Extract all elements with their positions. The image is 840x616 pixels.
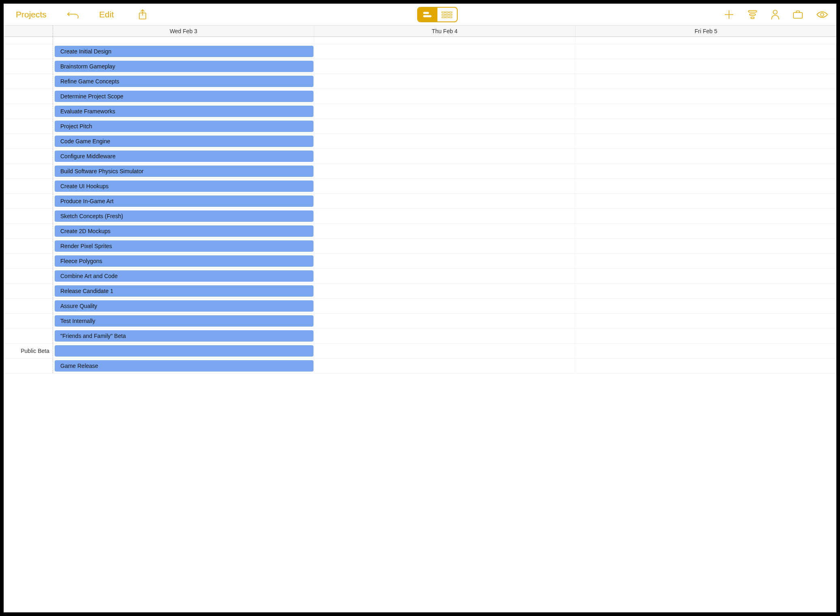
row-label <box>4 299 53 313</box>
task-bar[interactable]: "Friends and Family" Beta <box>55 330 313 342</box>
svg-rect-4 <box>446 12 448 13</box>
row-label: Public Beta <box>4 344 53 358</box>
svg-rect-7 <box>446 14 448 15</box>
timeline-row: Code Game Engine <box>4 134 516 149</box>
task-bar[interactable]: Build Software Physics Simulator <box>55 166 313 177</box>
row-label-col <box>4 37 53 44</box>
task-bar[interactable]: Create Initial Design <box>55 46 313 57</box>
row-label <box>4 59 53 74</box>
row-days: Create 2D Mockups <box>53 224 516 238</box>
row-day-cell <box>314 134 516 149</box>
task-bar[interactable]: Combine Art and Code <box>55 270 313 282</box>
projects-button[interactable]: Projects <box>12 7 51 22</box>
svg-rect-9 <box>442 17 445 18</box>
timeline-row: Release Candidate 1 <box>4 284 516 299</box>
row-day-cell <box>314 89 516 104</box>
timeline-row: Render Pixel Sprites <box>4 239 516 254</box>
row-day-cell <box>314 329 516 343</box>
timeline-row: Determine Project Scope <box>4 89 516 104</box>
task-bar[interactable]: Refine Game Concepts <box>55 76 313 87</box>
row-label <box>4 134 53 149</box>
row-day-cell <box>314 194 516 208</box>
row-day-cell <box>314 119 516 134</box>
task-bar[interactable]: Test Internally <box>55 315 313 327</box>
row-label <box>4 239 53 253</box>
edit-button[interactable]: Edit <box>95 7 118 22</box>
task-bar[interactable]: Project Pitch <box>55 121 313 132</box>
header-days: Wed Feb 3 Thu Feb 4 Fri Feb 5 <box>53 25 516 36</box>
task-bar[interactable]: Render Pixel Sprites <box>55 240 313 252</box>
row-day-cell <box>53 37 314 44</box>
row-label <box>4 359 53 373</box>
task-bar[interactable]: Assure Quality <box>55 300 313 312</box>
svg-rect-2 <box>423 15 431 17</box>
row-day-cell <box>314 284 516 298</box>
row-days: Game Release <box>53 359 516 373</box>
row-label <box>4 269 53 283</box>
timeline-row: Sketch Concepts (Fresh) <box>4 209 516 224</box>
row-day-cell <box>314 209 516 223</box>
header-label-col <box>4 25 53 36</box>
row-label <box>4 329 53 343</box>
task-bar[interactable]: Game Release <box>55 360 313 372</box>
gantt-view-option[interactable] <box>418 8 437 21</box>
row-label <box>4 104 53 119</box>
row-days: Project Pitch <box>53 119 516 134</box>
task-bar[interactable]: Fleece Polygons <box>55 255 313 267</box>
row-day-cell <box>314 104 516 119</box>
row-days <box>53 344 516 358</box>
timeline-row: Configure Middleware <box>4 149 516 164</box>
timeline-row: Assure Quality <box>4 299 516 314</box>
row-day-cell <box>314 359 516 373</box>
timeline-row <box>4 37 516 44</box>
timeline-row: Combine Art and Code <box>4 269 516 284</box>
timeline-row: Build Software Physics Simulator <box>4 164 516 179</box>
list-view-icon <box>441 11 453 18</box>
share-icon <box>138 9 147 20</box>
task-bar[interactable]: Create 2D Mockups <box>55 225 313 237</box>
svg-rect-6 <box>442 14 445 15</box>
svg-rect-8 <box>449 14 452 15</box>
row-label <box>4 149 53 164</box>
header-day-1[interactable]: Thu Feb 4 <box>314 25 516 36</box>
row-day-cell <box>314 164 516 178</box>
task-bar[interactable]: Produce In-Game Art <box>55 195 313 207</box>
gantt-view-icon <box>422 11 433 18</box>
task-bar[interactable]: Create UI Hookups <box>55 181 313 192</box>
timeline-row: Project Pitch <box>4 119 516 134</box>
timeline-row: Test Internally <box>4 314 516 329</box>
timeline-row: Create UI Hookups <box>4 179 516 194</box>
row-label <box>4 164 53 178</box>
row-days: "Friends and Family" Beta <box>53 329 516 343</box>
timeline-row: Create Initial Design <box>4 44 516 59</box>
undo-button[interactable] <box>63 8 83 21</box>
task-bar[interactable]: Determine Project Scope <box>55 91 313 102</box>
task-bar[interactable]: Sketch Concepts (Fresh) <box>55 210 313 222</box>
task-bar[interactable]: Brainstorm Gameplay <box>55 61 313 72</box>
row-days: Assure Quality <box>53 299 516 313</box>
row-days: Release Candidate 1 <box>53 284 516 298</box>
timeline-header: Wed Feb 3 Thu Feb 4 Fri Feb 5 <box>4 25 516 37</box>
row-days: Brainstorm Gameplay <box>53 59 516 74</box>
header-day-0[interactable]: Wed Feb 3 <box>53 25 314 36</box>
list-view-option[interactable] <box>437 8 457 21</box>
row-label <box>4 314 53 328</box>
svg-rect-1 <box>423 12 429 14</box>
task-bar[interactable]: Configure Middleware <box>55 151 313 162</box>
task-bar[interactable]: Evaluate Frameworks <box>55 106 313 117</box>
row-day-cell <box>314 37 516 44</box>
timeline-body[interactable]: Create Initial DesignBrainstorm Gameplay… <box>4 37 516 378</box>
row-days: Fleece Polygons <box>53 254 516 268</box>
task-bar[interactable] <box>55 345 313 357</box>
row-days: Create Initial Design <box>53 44 516 59</box>
timeline-row: Evaluate Frameworks <box>4 104 516 119</box>
row-label <box>4 89 53 104</box>
row-label <box>4 74 53 89</box>
task-bar[interactable]: Release Candidate 1 <box>55 285 313 297</box>
row-days: Combine Art and Code <box>53 269 516 283</box>
task-bar[interactable]: Code Game Engine <box>55 136 313 147</box>
share-button[interactable] <box>134 6 151 23</box>
row-day-cell <box>314 299 516 313</box>
row-label <box>4 179 53 193</box>
row-label <box>4 194 53 208</box>
